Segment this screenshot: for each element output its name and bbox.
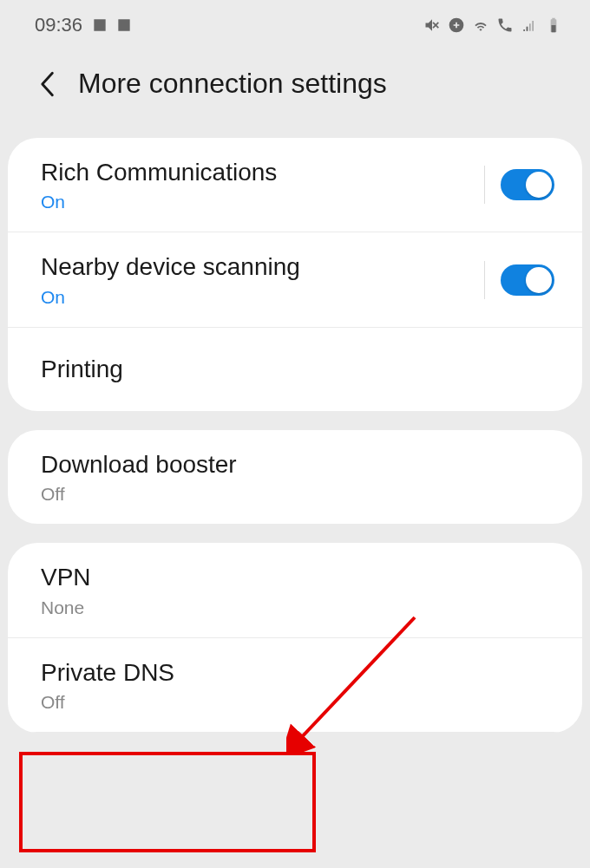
row-rich-communications[interactable]: Rich Communications On <box>8 138 582 232</box>
row-main: Rich Communications On <box>41 157 477 212</box>
row-private-dns[interactable]: Private DNS Off <box>8 638 582 733</box>
status-time: 09:36 <box>35 14 82 36</box>
row-subtitle: Off <box>41 484 554 505</box>
row-subtitle: On <box>41 287 477 308</box>
row-main: Private DNS Off <box>41 657 554 713</box>
status-bar: 09:36 <box>0 0 590 43</box>
nearby-scanning-toggle[interactable] <box>501 264 554 296</box>
toggle-knob <box>526 172 552 198</box>
image-icon <box>91 16 108 34</box>
row-subtitle: Off <box>41 692 554 713</box>
row-title: Nearby device scanning <box>41 251 477 283</box>
header: More connection settings <box>0 43 590 138</box>
row-main: Printing <box>41 354 554 385</box>
row-nearby-device-scanning[interactable]: Nearby device scanning On <box>8 232 582 327</box>
chevron-left-icon <box>38 71 56 97</box>
row-title: Download booster <box>41 449 554 480</box>
status-left: 09:36 <box>35 14 133 36</box>
row-main: Download booster Off <box>41 449 554 505</box>
data-saver-icon <box>448 16 465 34</box>
back-button[interactable] <box>38 71 56 97</box>
status-icons-left <box>91 16 133 34</box>
divider <box>484 166 485 204</box>
divider <box>484 261 485 299</box>
check-box-icon <box>115 16 133 34</box>
row-subtitle: None <box>41 597 554 618</box>
row-subtitle: On <box>41 192 477 212</box>
row-download-booster[interactable]: Download booster Off <box>8 430 582 524</box>
settings-group-3: VPN None Private DNS Off <box>8 543 582 733</box>
row-title: Rich Communications <box>41 157 477 188</box>
row-main: Nearby device scanning On <box>41 251 477 307</box>
battery-icon <box>545 16 562 34</box>
rich-communications-toggle[interactable] <box>501 169 554 200</box>
settings-group-2: Download booster Off <box>8 430 582 524</box>
signal-icon <box>521 16 538 34</box>
page-title: More connection settings <box>78 68 387 100</box>
mute-vibrate-icon <box>423 16 441 34</box>
row-title: Private DNS <box>41 657 554 689</box>
status-right <box>423 16 562 34</box>
row-title: VPN <box>41 562 554 593</box>
row-main: VPN None <box>41 562 554 617</box>
row-title: Printing <box>41 354 554 385</box>
wifi-icon <box>472 16 489 34</box>
row-vpn[interactable]: VPN None <box>8 543 582 637</box>
settings-group-1: Rich Communications On Nearby device sca… <box>8 138 582 411</box>
row-printing[interactable]: Printing <box>8 328 582 411</box>
volte-icon <box>496 16 514 34</box>
annotation-highlight-box <box>19 752 316 852</box>
toggle-knob <box>526 267 552 293</box>
